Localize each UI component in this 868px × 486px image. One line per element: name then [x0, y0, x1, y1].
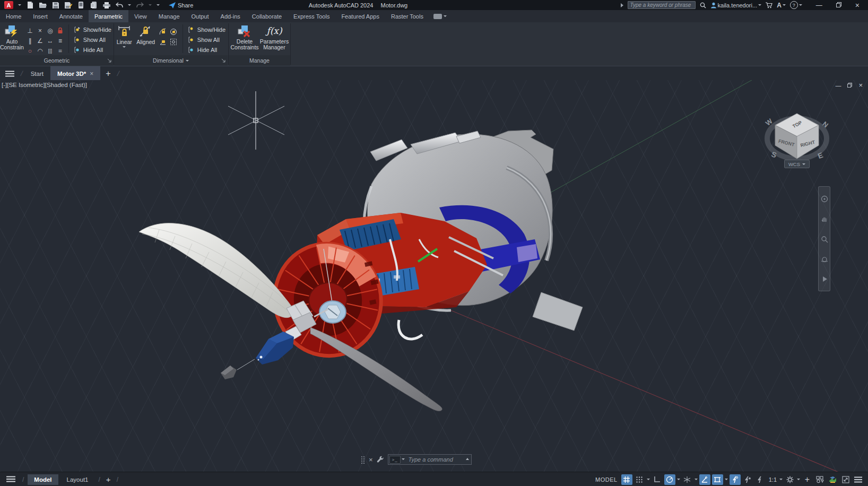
tab-annotate[interactable]: Annotate — [54, 10, 89, 22]
dimensional-show-hide-button[interactable]: Show/Hide — [185, 25, 228, 34]
viewport-restore-button[interactable] — [847, 82, 852, 89]
save-as-button[interactable] — [64, 1, 72, 9]
snap-mode-button[interactable] — [634, 474, 645, 485]
coincident-constraint-icon[interactable]: ○ — [25, 46, 35, 56]
geometric-show-hide-button[interactable]: Show/Hide — [71, 25, 114, 34]
equal-constraint-icon[interactable]: = — [55, 46, 65, 56]
snap-caret-icon[interactable] — [647, 479, 650, 480]
close-tab-icon[interactable]: × — [90, 70, 93, 77]
collinear-constraint-icon[interactable]: ≡ — [55, 36, 65, 46]
wcs-dropdown[interactable]: WCS — [784, 160, 810, 168]
command-prompt-icon[interactable]: >_ — [389, 456, 401, 464]
layout-menu-button[interactable] — [3, 476, 19, 483]
geometric-show-all-button[interactable]: Show All — [71, 35, 114, 45]
new-file-button[interactable] — [26, 1, 34, 9]
status-plus-button[interactable]: + — [802, 474, 813, 485]
geometric-panel-title[interactable]: Geometric — [0, 55, 114, 66]
model-tab[interactable]: Model — [28, 474, 58, 485]
annotation-autoscale-button[interactable] — [742, 474, 753, 485]
parallel-constraint-icon[interactable]: ∥ — [25, 36, 35, 46]
smooth-constraint-icon[interactable]: ∠ — [35, 36, 45, 46]
viewport-minimize-button[interactable]: — — [835, 82, 841, 89]
isodraft-caret-icon[interactable] — [695, 479, 698, 480]
autocad-logo-icon[interactable]: A — [4, 1, 13, 9]
graphics-performance-button[interactable] — [827, 474, 838, 485]
redo-caret-icon[interactable] — [149, 4, 152, 6]
customize-wrench-icon[interactable] — [377, 456, 384, 463]
workspace-caret-icon[interactable] — [797, 479, 800, 480]
tangent-constraint-icon[interactable]: × — [35, 25, 45, 36]
clean-screen-button[interactable] — [840, 474, 851, 485]
file-tab-motor3d[interactable]: Motor 3D* × — [50, 66, 100, 81]
share-button[interactable]: Share — [169, 2, 193, 8]
tab-raster-tools[interactable]: Raster Tools — [385, 10, 429, 22]
convert-constraint-icon[interactable] — [169, 37, 179, 47]
layout1-tab[interactable]: Layout1 — [60, 474, 95, 485]
tab-parametric[interactable]: Parametric — [89, 10, 128, 22]
search-input[interactable] — [628, 1, 696, 9]
tab-manage[interactable]: Manage — [153, 10, 186, 22]
motor-3d-model[interactable] — [139, 130, 583, 411]
undo-caret-icon[interactable] — [128, 4, 131, 6]
tab-home[interactable]: Home — [0, 10, 27, 22]
recent-commands-caret-icon[interactable] — [402, 458, 405, 460]
pan-hand-icon[interactable] — [821, 215, 828, 223]
showmotion-icon[interactable] — [821, 276, 828, 282]
dimensional-panel-title[interactable]: Dimensional — [114, 55, 228, 66]
tangent2-constraint-icon[interactable]: ◠ — [35, 46, 45, 56]
linear-dimension-button[interactable]: Linear — [114, 22, 135, 48]
polar-caret-icon[interactable] — [677, 479, 680, 480]
window-restore-button[interactable] — [836, 2, 841, 9]
perpendicular-constraint-icon[interactable]: ⊥ — [25, 25, 35, 36]
command-history-caret-icon[interactable] — [466, 458, 469, 460]
file-tabs-menu-button[interactable] — [0, 66, 20, 81]
search-button[interactable] — [700, 2, 706, 8]
search-expand-icon[interactable] — [621, 3, 623, 7]
open-folder-button[interactable] — [39, 1, 47, 9]
isometric-drafting-button[interactable] — [682, 474, 693, 485]
new-layout-button[interactable]: + — [104, 475, 113, 484]
viewport-close-button[interactable]: × — [858, 81, 863, 89]
isolate-objects-button[interactable] — [814, 474, 826, 485]
osnap-caret-icon[interactable] — [725, 479, 728, 480]
help-button[interactable]: ? — [790, 1, 802, 9]
window-minimize-button[interactable]: — — [816, 2, 822, 9]
print-button[interactable] — [102, 1, 110, 9]
navigation-wheel-icon[interactable] — [821, 195, 828, 203]
save-button[interactable] — [51, 1, 59, 9]
autodesk-apps-button[interactable]: A — [777, 2, 786, 9]
radius-constraint-icon[interactable] — [158, 37, 169, 47]
tab-output[interactable]: Output — [186, 10, 215, 22]
ribbon-overflow-button[interactable] — [433, 10, 447, 22]
tab-featured-apps[interactable]: Featured Apps — [335, 10, 385, 22]
grid-display-button[interactable] — [621, 474, 632, 485]
customization-button[interactable] — [853, 474, 864, 485]
polar-tracking-button[interactable] — [664, 474, 675, 485]
object-snap-button[interactable] — [712, 474, 723, 485]
command-grip-icon[interactable] — [361, 456, 365, 464]
manage-panel-title[interactable]: Manage — [229, 55, 290, 66]
object-snap-tracking-button[interactable] — [699, 474, 710, 485]
account-button[interactable]: kaila.tenedori... — [710, 2, 762, 8]
ortho-mode-button[interactable] — [652, 474, 663, 485]
model-space-button[interactable]: MODEL — [595, 476, 618, 483]
dimensional-launcher-icon[interactable] — [221, 58, 225, 64]
qat-customize-caret-icon[interactable] — [157, 4, 160, 6]
workspace-switching-button[interactable] — [784, 474, 795, 485]
tab-view[interactable]: View — [128, 10, 153, 22]
auto-constrain-button[interactable]: Auto Constrain — [0, 22, 24, 50]
orbit-icon[interactable] — [821, 256, 828, 263]
tab-add-ins[interactable]: Add-ins — [215, 10, 246, 22]
plot-button[interactable] — [77, 1, 85, 9]
concentric-constraint-icon[interactable]: ◎ — [45, 25, 55, 36]
annotation-visibility-button[interactable] — [730, 474, 741, 485]
dimensional-hide-all-button[interactable]: Hide All — [185, 45, 228, 55]
new-drawing-tab-button[interactable]: + — [100, 66, 116, 81]
geometric-launcher-icon[interactable] — [107, 58, 111, 64]
zoom-icon[interactable] — [821, 236, 828, 243]
tab-express-tools[interactable]: Express Tools — [288, 10, 335, 22]
file-tab-start[interactable]: Start — [24, 66, 50, 81]
command-close-button[interactable]: × — [369, 456, 373, 464]
annotation-scale-value[interactable]: 1:1 — [768, 476, 778, 483]
horizontal-constraint-icon[interactable]: ↔ — [45, 36, 55, 46]
